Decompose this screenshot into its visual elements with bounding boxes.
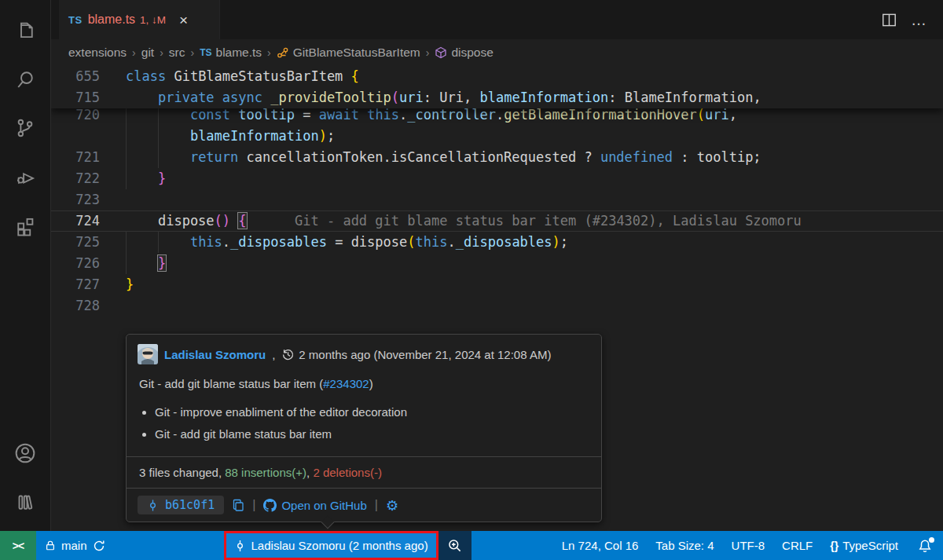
close-tab-icon[interactable]: × [179,13,188,27]
breadcrumb: extensions › git › src › TS blame.ts › G… [51,39,943,66]
git-blame-hover: Ladislau Szomoru, 2 months ago (November… [126,334,602,522]
sticky-scroll: 655class GitBlameStatusBarItem {715 priv… [51,66,943,108]
breadcrumb-extensions[interactable]: extensions [68,46,127,60]
code-line[interactable]: 726 } [51,253,943,274]
chevron-right-icon: › [160,46,163,59]
breadcrumb-class[interactable]: GitBlameStatusBarItem [277,46,420,60]
chevron-right-icon: › [426,46,430,59]
github-icon [263,499,277,512]
language-mode[interactable]: {} TypeScript [821,531,907,560]
line-number: 655 [51,66,126,87]
cursor-position[interactable]: Ln 724, Col 16 [553,531,648,560]
remote-indicator[interactable]: >< [0,531,36,560]
code-text: } [126,274,134,295]
open-on-github-link[interactable]: Open on GitHub [263,499,366,512]
breadcrumb-method[interactable]: dispose [435,46,493,60]
tab-filename: blame.ts [88,13,135,27]
tab-decorations: 1, ↓M [140,14,166,26]
code-text: } [126,253,166,274]
typescript-file-icon: TS [68,14,83,26]
chevron-right-icon: › [267,46,271,59]
breadcrumb-src[interactable]: src [169,46,185,60]
status-bar: >< main Ladislau Szomoru (2 months ago) … [0,531,943,560]
notifications-bell[interactable] [907,531,943,560]
notification-dot [929,537,934,543]
git-blame-status-item[interactable]: Ladislau Szomoru (2 months ago) [224,531,438,560]
breadcrumb-file[interactable]: TS blame.ts [200,46,262,60]
author-link[interactable]: Ladislau Szomoru [164,348,266,361]
avatar [138,344,158,364]
separator: | [375,498,378,512]
commit-description-list: Git - improve enabliment of the editor d… [127,393,601,456]
code-line[interactable]: 721 return cancellationToken.isCancellat… [51,147,943,168]
line-number: 721 [51,147,126,168]
git-commit-icon [147,500,159,511]
code-line[interactable]: 723 [51,189,943,210]
code-text: class GitBlameStatusBarItem { [126,66,359,87]
lock-icon [45,540,56,551]
history-icon [281,348,295,361]
git-commit-icon [234,540,246,552]
encoding[interactable]: UTF-8 [723,531,774,560]
code-line[interactable]: 724 dispose() {Git - add git blame statu… [51,210,943,232]
line-number: 722 [51,168,126,189]
copy-icon[interactable] [232,499,244,511]
braces-icon: {} [830,540,838,552]
code-line[interactable]: 728 [51,295,943,317]
insertions: 88 insertions(+) [225,466,306,479]
code-line[interactable]: 722 } [51,168,943,189]
commit-hash-button[interactable]: b61c0f1 [138,496,224,514]
explorer-icon[interactable] [0,6,51,55]
code-line[interactable]: 725 this._disposables = dispose(this._di… [51,232,943,253]
tab-size[interactable]: Tab Size: 4 [647,531,722,560]
library-icon[interactable] [0,478,51,526]
comma: , [272,348,275,361]
code-text: } [126,168,166,189]
more-actions-icon[interactable]: … [911,16,927,23]
accounts-icon[interactable] [0,429,51,478]
symbol-method-icon [435,46,447,59]
code-line[interactable]: 715 private async _provideTooltip(uri: U… [51,87,943,108]
chevron-right-icon: › [132,46,136,59]
line-number [51,126,126,147]
issue-link[interactable]: #234302 [323,377,369,390]
line-number: 726 [51,253,126,274]
extensions-icon[interactable] [0,201,51,250]
activity-bar [0,0,51,531]
editor-actions: … [882,0,943,39]
code-line[interactable]: 727} [51,274,943,295]
line-number: 724 [51,210,126,232]
separator: | [252,498,255,512]
tab-blame-ts[interactable]: TS blame.ts 1, ↓M × [59,0,220,39]
line-number: 728 [51,295,126,317]
search-icon[interactable] [0,55,51,104]
split-editor-icon[interactable] [882,13,897,27]
breadcrumb-git[interactable]: git [141,46,154,60]
status-bar-spacer [472,531,553,560]
hover-footer: b61c0f1 | Open on GitHub | ⚙ [127,488,601,522]
zoom-in-icon[interactable] [438,531,472,560]
remote-icon: >< [13,540,24,552]
code-line[interactable]: blameInformation); [51,126,943,147]
commit-date: 2 months ago (November 21, 2024 at 12:08… [281,348,551,361]
code-text: dispose() {Git - add git blame status ba… [126,210,802,232]
code-line[interactable]: 655class GitBlameStatusBarItem { [51,66,943,87]
line-number: 723 [51,189,126,210]
line-number: 725 [51,232,126,253]
symbol-class-icon [277,46,289,59]
sync-icon [93,540,105,552]
commit-description-item: Git - add git blame status bar item [155,423,590,445]
branch-item[interactable]: main [36,531,114,560]
hover-header: Ladislau Szomoru, 2 months ago (November… [127,335,601,368]
gear-icon[interactable]: ⚙ [386,497,398,514]
line-number: 727 [51,274,126,295]
commit-message: Git - add git blame status bar item (#23… [127,368,601,393]
source-control-icon[interactable] [0,104,51,152]
eol-sequence[interactable]: CRLF [773,531,821,560]
code-text: private async _provideTooltip(uri: Uri, … [126,87,761,108]
typescript-file-icon: TS [200,47,211,58]
code-text: this._disposables = dispose(this._dispos… [126,232,568,253]
run-and-debug-icon[interactable] [0,152,51,201]
chevron-right-icon: › [191,46,195,59]
line-number: 715 [51,87,126,108]
